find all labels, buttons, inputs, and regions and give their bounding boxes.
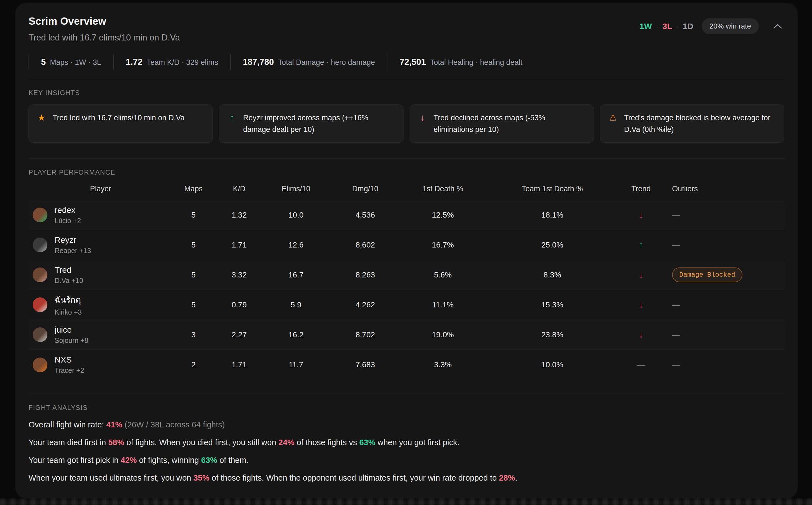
insight-text: Tred led with 16.7 elims/10 min on D.Va	[53, 112, 185, 124]
fight-analysis-lines: Overall fight win rate: 41% (26W / 38L a…	[28, 420, 784, 483]
fight-analysis-line: Overall fight win rate: 41% (26W / 38L a…	[28, 420, 784, 429]
player-name: NXS	[55, 355, 84, 364]
avatar	[33, 327, 47, 342]
team-first-death-cell: 23.8%	[483, 330, 622, 339]
empty-outlier-dash: —	[672, 211, 680, 219]
scrim-overview-card: Scrim Overview Tred led with 16.7 elims/…	[15, 3, 798, 498]
table-row[interactable]: ฉันรักคุ Kiriko +3 5 0.79 5.9 4,262 11.1…	[28, 290, 784, 320]
header-right: 1W · 3L · 1D 20% win rate	[639, 18, 784, 34]
arrow-down-icon: ↓	[418, 112, 428, 124]
table-body: redex Lúcio +2 5 1.32 10.0 4,536 12.5% 1…	[28, 200, 784, 380]
column-header: Elims/10	[264, 185, 328, 193]
insight-card: ↑ Reyzr improved across maps (++16% dama…	[219, 105, 403, 143]
player-heroes: D.Va +10	[55, 277, 83, 285]
empty-outlier-dash: —	[672, 360, 680, 369]
text-segment: 63%	[201, 456, 217, 465]
team-first-death-cell: 10.0%	[483, 360, 622, 369]
elims10-cell: 12.6	[264, 240, 328, 249]
text-segment: .	[515, 473, 517, 482]
column-header: Outliers	[660, 185, 784, 193]
key-insights-label: KEY INSIGHTS	[28, 89, 784, 97]
avatar	[33, 297, 47, 312]
maps-cell: 5	[173, 271, 214, 279]
trend-arrow-icon: —	[622, 360, 660, 370]
outlier-cell: —	[660, 330, 784, 339]
outlier-cell: Damage Blocked	[660, 268, 784, 282]
empty-outlier-dash: —	[672, 301, 680, 309]
trend-arrow-icon: ↓	[622, 330, 660, 340]
summary-stat: 187,780 Total Damage · hero damage	[230, 57, 387, 67]
stat-value: 1.72	[126, 57, 143, 67]
table-row[interactable]: juice Sojourn +8 3 2.27 16.2 8,702 19.0%…	[28, 320, 784, 350]
text-segment: 58%	[108, 438, 124, 447]
text-segment: 24%	[278, 438, 294, 447]
player-name: Tred	[55, 265, 83, 275]
text-segment	[123, 420, 125, 429]
trend-arrow-icon: ↓	[622, 270, 660, 280]
section-divider	[28, 393, 784, 394]
text-segment: of fights. When you died first, you stil…	[125, 438, 278, 447]
insight-card: ★ Tred led with 16.7 elims/10 min on D.V…	[28, 105, 213, 143]
table-row[interactable]: NXS Tracer +2 2 1.71 11.7 7,683 3.3% 10.…	[28, 350, 784, 380]
avatar	[33, 358, 47, 372]
player-heroes: Tracer +2	[55, 366, 84, 374]
fight-analysis-line: Your team got first pick in 42% of fight…	[28, 456, 784, 465]
team-first-death-cell: 18.1%	[483, 211, 622, 219]
star-icon: ★	[37, 112, 46, 124]
collapse-button[interactable]	[771, 21, 784, 31]
player-identity: NXS Tracer +2	[55, 355, 84, 374]
maps-cell: 2	[173, 360, 214, 369]
elims10-cell: 5.9	[264, 301, 328, 309]
player-performance-table: PlayerMapsK/DElims/10Dmg/101st Death %Te…	[28, 185, 784, 380]
stat-value: 72,501	[400, 57, 426, 67]
kd-cell: 0.79	[214, 301, 264, 309]
fight-analysis-line: Your team died first in 58% of fights. W…	[28, 438, 784, 447]
dmg10-cell: 7,683	[328, 360, 403, 369]
table-row[interactable]: redex Lúcio +2 5 1.32 10.0 4,536 12.5% 1…	[28, 200, 784, 230]
first-death-cell: 12.5%	[403, 211, 483, 219]
table-row[interactable]: Tred D.Va +10 5 3.32 16.7 8,263 5.6% 8.3…	[28, 260, 784, 290]
elims10-cell: 16.2	[264, 330, 328, 339]
text-segment: 41%	[106, 420, 122, 429]
player-heroes: Kiriko +3	[55, 308, 82, 316]
fight-analysis-line: When your team used ultimates first, you…	[28, 474, 784, 483]
outlier-cell: —	[660, 360, 784, 369]
summary-stats-row: 5 Maps · 1W · 3L 1.72 Team K/D · 329 eli…	[28, 57, 784, 67]
text-segment: Overall fight win rate:	[28, 420, 106, 429]
text-segment: 28%	[499, 473, 515, 482]
player-cell: ฉันรักคุ Kiriko +3	[28, 293, 173, 316]
kd-cell: 1.32	[214, 211, 264, 219]
dmg10-cell: 8,263	[328, 271, 403, 279]
column-header: Trend	[622, 185, 660, 193]
trend-arrow-icon: ↑	[622, 240, 660, 250]
win-rate-badge: 20% win rate	[702, 18, 759, 34]
text-segment: of fights, winning	[137, 456, 201, 465]
avatar	[33, 268, 47, 282]
first-death-cell: 11.1%	[403, 301, 483, 309]
column-header: Player	[28, 185, 173, 193]
avatar	[33, 237, 47, 252]
team-first-death-cell: 25.0%	[483, 240, 622, 249]
player-identity: redex Lúcio +2	[55, 205, 81, 225]
record-losses: 3L	[662, 22, 672, 31]
text-segment: when you got first pick.	[375, 438, 459, 447]
column-header: K/D	[214, 185, 264, 193]
empty-outlier-dash: —	[672, 240, 680, 249]
stat-label: Total Healing · healing dealt	[430, 58, 523, 67]
maps-cell: 3	[173, 330, 214, 339]
stat-label: Team K/D · 329 elims	[147, 58, 218, 67]
first-death-cell: 16.7%	[403, 240, 483, 249]
fight-analysis-label: FIGHT ANALYSIS	[28, 404, 784, 411]
match-record: 1W · 3L · 1D	[639, 22, 693, 31]
text-segment: of those fights. When the opponent used …	[210, 473, 499, 482]
column-header: 1st Death %	[403, 185, 483, 193]
first-death-cell: 19.0%	[403, 330, 483, 339]
summary-stat: 72,501 Total Healing · healing dealt	[387, 57, 535, 67]
text-segment: (26W / 38L across 64 fights)	[125, 420, 225, 429]
stat-value: 5	[41, 57, 46, 67]
player-cell: juice Sojourn +8	[28, 325, 173, 345]
player-cell: redex Lúcio +2	[28, 205, 173, 225]
outlier-cell: —	[660, 211, 784, 219]
table-row[interactable]: Reyzr Reaper +13 5 1.71 12.6 8,602 16.7%…	[28, 230, 784, 260]
team-first-death-cell: 15.3%	[483, 301, 622, 309]
